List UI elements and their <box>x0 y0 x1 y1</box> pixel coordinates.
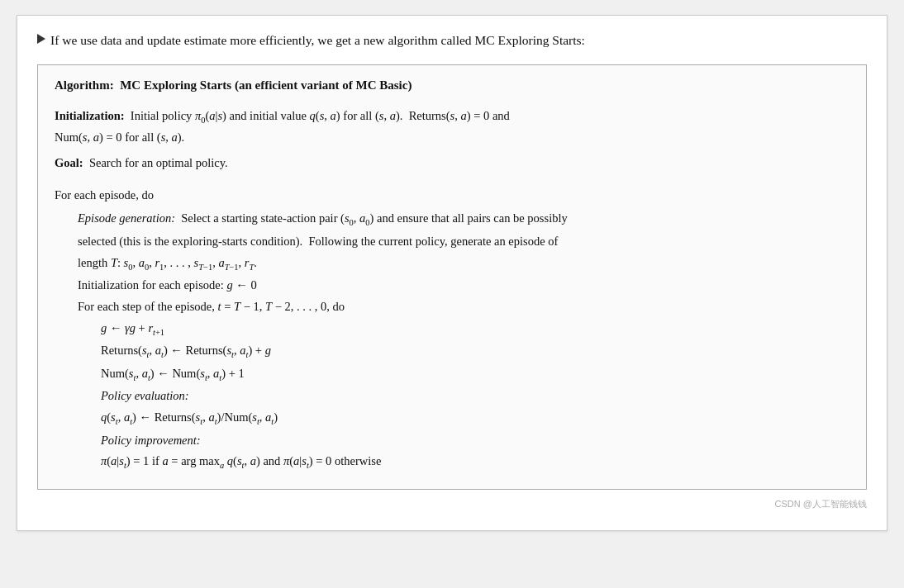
initialization-block: Initialization: Initial policy π0(a|s) a… <box>55 106 849 148</box>
episode-gen-text: Episode generation: Select a starting st… <box>78 208 849 230</box>
watermark: CSDN @人工智能钱钱 <box>37 498 867 510</box>
goal-label: Goal: <box>55 156 83 169</box>
initialization-label: Initialization: <box>55 109 125 122</box>
step-g-update: g ← γg + rt+1 <box>101 318 849 340</box>
policy-eval-formula: q(st, at) ← Returns(st, at)/Num(st, at) <box>101 407 849 429</box>
for-each-text: For each episode, do <box>55 188 154 202</box>
triangle-icon <box>37 34 45 44</box>
episode-gen-label: Episode generation: <box>78 211 175 225</box>
init-episode-text: Initialization for each episode: g ← 0 <box>78 275 849 296</box>
intro-text: If we use data and update estimate more … <box>50 31 867 51</box>
step-returns-update: Returns(st, at) ← Returns(st, at) + g <box>101 340 849 363</box>
for-each-step-text: For each step of the episode, t = T − 1,… <box>78 296 849 317</box>
inner-steps: g ← γg + rt+1 Returns(st, at) ← Returns(… <box>78 318 849 473</box>
policy-improve-formula: π(a|st) = 1 if a = arg maxa q(st, a) and… <box>101 451 849 473</box>
for-each-episode: For each episode, do <box>55 185 849 206</box>
episode-gen-text-2: selected (this is the exploring-starts c… <box>78 231 849 252</box>
goal-block: Goal: Search for an optimal policy. <box>55 153 849 173</box>
step-num-update: Num(st, at) ← Num(st, at) + 1 <box>101 363 849 386</box>
algorithm-box: Algorithm: MC Exploring Starts (an effic… <box>37 64 867 490</box>
episode-gen-text-3: length T: s0, a0, r1, . . . , sT−1, aT−1… <box>78 253 849 275</box>
algorithm-content: Initialization: Initial policy π0(a|s) a… <box>55 106 849 473</box>
policy-improve-label: Policy improvement: <box>101 430 849 451</box>
algorithm-title: Algorithm: MC Exploring Starts (an effic… <box>55 78 849 92</box>
policy-eval-label: Policy evaluation: <box>101 386 849 406</box>
intro-section: If we use data and update estimate more … <box>37 31 867 51</box>
episode-generation-block: Episode generation: Select a starting st… <box>55 208 849 473</box>
page-container: If we use data and update estimate more … <box>17 15 887 531</box>
